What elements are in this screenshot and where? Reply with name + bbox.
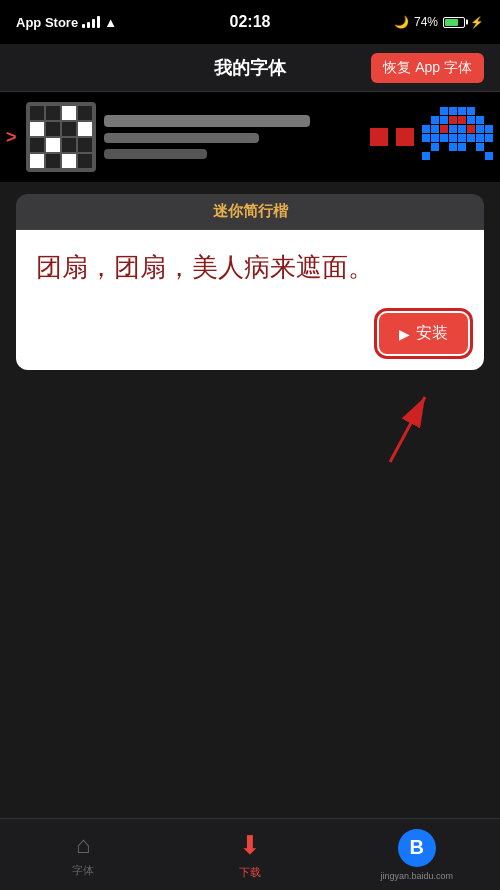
red-arrow-svg	[260, 382, 460, 482]
baidu-watermark-text: jingyan.baidu.com	[380, 871, 453, 881]
font-card-header: 迷你简行楷	[16, 194, 484, 230]
status-bar: App Store ▲ 02:18 🌙 74% ⚡	[0, 0, 500, 44]
baidu-icon: B	[398, 829, 436, 867]
signal-icon	[82, 16, 100, 28]
tab-bar: ⌂ 字体 ⬇ 下载 B jingyan.baidu.com	[0, 818, 500, 890]
left-arrow-icon: >	[6, 127, 17, 148]
banner-area: >	[0, 92, 500, 182]
status-right: 🌙 74% ⚡	[394, 15, 484, 29]
tab-download[interactable]: ⬇ 下载	[167, 830, 334, 880]
tab-settings[interactable]: B jingyan.baidu.com	[333, 829, 500, 881]
play-icon: ▶	[399, 326, 410, 342]
font-preview-text: 团扇，团扇，美人病来遮面。	[36, 250, 464, 286]
battery-percent: 74%	[414, 15, 438, 29]
status-time: 02:18	[230, 13, 271, 31]
banner-item-3	[396, 128, 414, 146]
page-title: 我的字体	[214, 56, 286, 80]
moon-icon: 🌙	[394, 15, 409, 29]
banner-item-1	[26, 102, 96, 172]
download-icon: ⬇	[239, 830, 261, 861]
wifi-icon: ▲	[104, 15, 117, 30]
tab-fonts-label: 字体	[72, 863, 94, 878]
tab-download-label: 下载	[239, 865, 261, 880]
arrow-annotation	[0, 382, 500, 482]
lightning-icon: ⚡	[470, 16, 484, 29]
install-button[interactable]: ▶ 安装	[379, 313, 468, 354]
font-card-section: 迷你简行楷 团扇，团扇，美人病来遮面。 ▶ 安装	[0, 182, 500, 382]
font-card: 迷你简行楷 团扇，团扇，美人病来遮面。 ▶ 安装	[16, 194, 484, 370]
font-card-body: 团扇，团扇，美人病来遮面。 ▶ 安装	[16, 230, 484, 370]
install-button-container: ▶ 安装	[379, 313, 468, 354]
carrier-label: App Store	[16, 15, 78, 30]
install-button-label: 安装	[416, 323, 448, 344]
banner-item-2	[370, 128, 388, 146]
restore-font-button[interactable]: 恢复 App 字体	[371, 53, 484, 83]
battery-icon	[443, 17, 465, 28]
nav-bar: 我的字体 恢复 App 字体	[0, 44, 500, 92]
status-left: App Store ▲	[16, 15, 117, 30]
home-icon: ⌂	[76, 831, 91, 859]
svg-line-1	[390, 397, 425, 462]
banner-text-block	[104, 115, 362, 159]
pixel-art-icon	[422, 107, 492, 167]
tab-fonts[interactable]: ⌂ 字体	[0, 831, 167, 878]
